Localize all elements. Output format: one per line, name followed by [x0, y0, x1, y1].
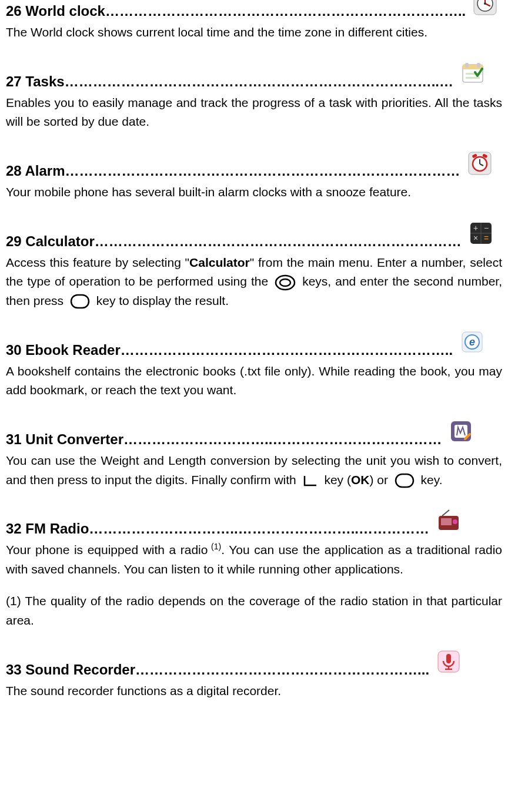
calc-text-4: key to display the result.: [93, 294, 229, 307]
section-calculator: 29 Calculator…………………………………………………………………… …: [6, 230, 502, 311]
heading-fm-radio: 32 FM Radio…………………………..……………………..……………: [6, 518, 429, 539]
heading-tasks: 27 Tasks……………………………………………………………………..…: [6, 71, 453, 92]
svg-point-20: [276, 276, 295, 290]
svg-text:+: +: [473, 223, 478, 233]
alarm-icon: [467, 151, 492, 176]
fm-footnote: (1) The quality of the radio depends on …: [6, 592, 502, 630]
heading-alarm: 28 Alarm…………………………………………………………………………: [6, 160, 460, 182]
left-softkey-icon: [302, 474, 319, 488]
svg-point-31: [453, 519, 457, 524]
svg-text:×: ×: [473, 233, 478, 243]
body-alarm: Your mobile phone has several built-in a…: [6, 183, 502, 202]
calc-text-1: Access this feature by selecting ": [6, 256, 189, 269]
fm-radio-icon: [436, 509, 461, 533]
svg-point-21: [280, 279, 290, 286]
body-unit-converter: You can use the Weight and Length conver…: [6, 451, 502, 489]
svg-rect-5: [465, 63, 469, 68]
body-world-clock: The World clock shows current local time…: [6, 23, 502, 42]
svg-rect-8: [466, 77, 480, 79]
body-sound-recorder: The sound recorder functions as a digita…: [6, 682, 502, 701]
svg-rect-22: [71, 295, 89, 308]
heading-world-clock: 26 World clock………………………………………………………………….…: [6, 0, 466, 22]
svg-text:e: e: [469, 336, 475, 348]
uc-text-3: ) or: [369, 473, 391, 486]
svg-rect-34: [446, 654, 451, 663]
world-clock-icon: [473, 0, 497, 16]
svg-rect-6: [477, 63, 480, 68]
nav-key-icon: [275, 274, 296, 291]
fm-sup: (1): [208, 542, 221, 551]
body-ebook: A bookshelf contains the electronic book…: [6, 362, 502, 400]
svg-text:−: −: [484, 223, 489, 233]
svg-rect-30: [441, 518, 452, 525]
svg-rect-28: [396, 474, 413, 487]
uc-text-4: key.: [417, 473, 443, 486]
heading-ebook: 30 Ebook Reader……………………………………………………………..: [6, 339, 453, 361]
section-fm-radio: 32 FM Radio…………………………..……………………..…………… Y…: [6, 518, 502, 630]
svg-line-32: [442, 510, 449, 516]
section-alarm: 28 Alarm………………………………………………………………………… You…: [6, 160, 502, 202]
uc-text-2: key (: [321, 473, 351, 486]
ebook-icon: e: [460, 330, 484, 354]
calc-text-strong: Calculator: [189, 256, 250, 269]
body-calculator: Access this feature by selecting "Calcul…: [6, 253, 502, 311]
heading-calculator: 29 Calculator……………………………………………………………………: [6, 230, 462, 252]
body-tasks: Enables you to easily manage and track t…: [6, 93, 502, 132]
calculator-icon: + − × =: [469, 221, 493, 246]
svg-text:=: =: [484, 233, 489, 243]
heading-unit-converter: 31 Unit Converter…………………………..………………………………: [6, 428, 442, 450]
section-unit-converter: 31 Unit Converter…………………………..………………………………: [6, 428, 502, 489]
fm-text-1: Your phone is equipped with a radio: [6, 543, 208, 556]
center-key-icon: [69, 293, 91, 310]
center-key-icon-2: [394, 472, 415, 489]
section-sound-recorder: 33 Sound Recorder……………………………………………………...…: [6, 659, 502, 701]
section-ebook: 30 Ebook Reader……………………………………………………………..…: [6, 339, 502, 400]
heading-sound-recorder: 33 Sound Recorder……………………………………………………...: [6, 659, 429, 680]
section-world-clock: 26 World clock………………………………………………………………….…: [6, 0, 502, 42]
tasks-icon: [460, 61, 485, 86]
sound-recorder-icon: [436, 649, 461, 674]
uc-ok: OK: [351, 473, 370, 486]
unit-converter-icon: [449, 419, 473, 444]
section-tasks: 27 Tasks……………………………………………………………………..… En…: [6, 71, 502, 132]
svg-point-2: [484, 2, 486, 5]
body-fm-radio: Your phone is equipped with a radio (1).…: [6, 541, 502, 579]
